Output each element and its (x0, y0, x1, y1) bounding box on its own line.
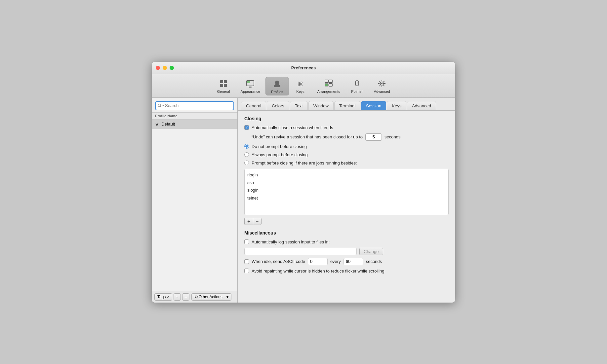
auto-log-row: Automatically log session input to files… (244, 239, 449, 244)
remove-profile-button[interactable]: − (182, 293, 189, 301)
svg-line-22 (379, 81, 380, 82)
auto-close-row: ✓ Automatically close a session when it … (244, 125, 449, 130)
window-controls (156, 66, 174, 70)
titlebar: Preferences (152, 62, 455, 74)
list-item: ssh (247, 179, 446, 186)
checkmark-icon: ✓ (245, 126, 248, 129)
minimize-button[interactable] (163, 66, 167, 70)
radio-dot-icon (245, 145, 248, 148)
undo-seconds-input[interactable] (365, 133, 382, 141)
toolbar-item-appearance[interactable]: Appearance (235, 77, 265, 95)
misc-section: Miscellaneous Automatically log session … (244, 230, 449, 273)
misc-section-title: Miscellaneous (244, 230, 449, 236)
main-content: ▾ Profile Name ★ Default Tags > + − ⚙ Ot… (152, 98, 455, 303)
list-buttons: + − (244, 218, 449, 225)
tab-colors[interactable]: Colors (267, 101, 289, 110)
idle-seconds-label: seconds (366, 259, 382, 264)
search-input[interactable] (155, 101, 234, 110)
tab-advanced[interactable]: Advanced (407, 101, 436, 110)
idle-label: When idle, send ASCII code (252, 259, 305, 264)
right-panel: General Colors Text Window Terminal Sess… (238, 98, 455, 303)
toolbar-label-advanced: Advanced (374, 90, 390, 93)
undo-prefix: “Undo” can revive a session that has bee… (252, 134, 363, 139)
svg-rect-1 (224, 80, 227, 83)
toolbar-label-general: General (217, 90, 230, 93)
tab-keys[interactable]: Keys (387, 101, 406, 110)
close-button[interactable] (156, 66, 160, 70)
tab-text[interactable]: Text (290, 101, 308, 110)
svg-line-24 (384, 81, 384, 82)
radio-no-prompt-row: Do not prompt before closing (244, 144, 449, 149)
radio-always-prompt[interactable] (244, 152, 249, 157)
svg-rect-13 (329, 84, 332, 86)
radio-always-prompt-label: Always prompt before closing (252, 152, 308, 157)
avoid-repaint-label: Avoid repainting while cursor is hidden … (252, 269, 384, 273)
tabs-bar: General Colors Text Window Terminal Sess… (238, 98, 455, 111)
idle-checkbox[interactable] (244, 259, 249, 264)
toolbar-item-profiles[interactable]: Profiles (265, 77, 289, 95)
sidebar: ▾ Profile Name ★ Default Tags > + − ⚙ Ot… (152, 98, 238, 303)
tab-general[interactable]: General (241, 101, 266, 110)
tags-button[interactable]: Tags > (154, 293, 172, 301)
log-path-row: Change (244, 248, 449, 255)
radio-always-prompt-row: Always prompt before closing (244, 152, 449, 157)
toolbar-item-advanced[interactable]: Advanced (369, 77, 395, 95)
svg-rect-7 (249, 87, 252, 88)
preferences-window: Preferences General Appearance Profiles … (152, 62, 455, 303)
radio-prompt-jobs[interactable] (244, 161, 249, 165)
svg-rect-10 (325, 80, 328, 83)
change-button: Change (359, 248, 383, 255)
svg-rect-11 (325, 84, 328, 86)
radio-prompt-jobs-row: Prompt before closing if there are jobs … (244, 161, 449, 165)
tab-session[interactable]: Session (361, 101, 386, 110)
toolbar-item-keys[interactable]: ⌘ Keys (289, 77, 312, 95)
tab-window[interactable]: Window (308, 101, 334, 110)
avoid-repaint-checkbox[interactable] (244, 269, 249, 273)
add-job-button[interactable]: + (244, 218, 253, 225)
idle-every-label: every (330, 259, 341, 264)
svg-rect-3 (224, 84, 227, 87)
svg-rect-5 (247, 81, 250, 83)
jobs-list: rlogin ssh slogin telnet (244, 169, 449, 215)
remove-job-button[interactable]: − (253, 218, 262, 225)
toolbar: General Appearance Profiles ⌘ Keys Arran… (152, 74, 455, 98)
sidebar-footer: Tags > + − ⚙ Other Actions... ▾ (152, 291, 237, 303)
other-actions-label: Other Actions... (199, 295, 226, 299)
auto-log-checkbox[interactable] (244, 239, 249, 244)
toolbar-label-arrangements: Arrangements (317, 90, 340, 93)
maximize-button[interactable] (170, 66, 174, 70)
toolbar-item-arrangements[interactable]: Arrangements (312, 77, 345, 95)
add-profile-button[interactable]: + (174, 293, 181, 301)
svg-line-25 (379, 85, 380, 86)
toolbar-label-appearance: Appearance (241, 90, 260, 93)
closing-section-title: Closing (244, 116, 449, 121)
log-path-input[interactable] (244, 248, 357, 255)
dropdown-arrow-icon: ▾ (226, 295, 228, 299)
svg-text:⌘: ⌘ (297, 81, 303, 88)
search-container: ▾ (152, 98, 237, 112)
auto-close-checkbox[interactable]: ✓ (244, 125, 249, 130)
idle-every-input[interactable] (344, 258, 363, 265)
idle-code-input[interactable] (308, 258, 328, 265)
tab-terminal[interactable]: Terminal (334, 101, 360, 110)
radio-no-prompt[interactable] (244, 144, 249, 149)
list-item[interactable]: ★ Default (152, 120, 237, 129)
toolbar-label-pointer: Pointer (351, 90, 363, 93)
arrangements-icon (323, 78, 334, 89)
appearance-icon (245, 78, 256, 89)
toolbar-label-keys: Keys (296, 90, 304, 93)
svg-rect-12 (329, 80, 332, 83)
search-wrapper: ▾ (155, 101, 234, 110)
svg-rect-0 (220, 80, 223, 83)
undo-suffix: seconds (384, 134, 400, 139)
auto-close-label: Automatically close a session when it en… (252, 125, 333, 130)
profile-list: ★ Default (152, 120, 237, 291)
toolbar-item-pointer[interactable]: Pointer (345, 77, 369, 95)
other-actions-button[interactable]: ⚙ Other Actions... ▾ (191, 293, 231, 301)
auto-log-label: Automatically log session input to files… (252, 239, 330, 244)
idle-row: When idle, send ASCII code every seconds (244, 258, 449, 265)
pointer-icon (352, 78, 362, 89)
profile-list-header: Profile Name (152, 112, 237, 120)
toolbar-item-general[interactable]: General (212, 77, 235, 95)
panel-content: Closing ✓ Automatically close a session … (238, 111, 455, 303)
